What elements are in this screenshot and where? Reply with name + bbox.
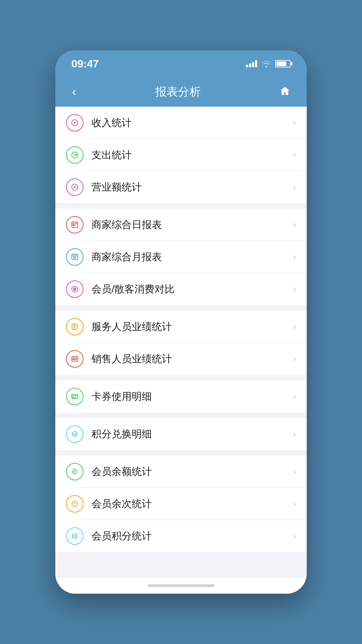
status-icons [246, 60, 291, 67]
service-staff-icon [66, 318, 83, 335]
chevron-icon: › [293, 219, 296, 230]
sales-staff-label: 销售人员业绩统计 [92, 352, 293, 366]
status-bar: 09:47 [55, 50, 307, 77]
revenue-label: 营业额统计 [92, 180, 293, 194]
svg-rect-3 [72, 222, 78, 227]
content-area: 收入统计 › 支出统计 › [55, 107, 307, 578]
chevron-icon: › [293, 498, 296, 509]
list-item-revenue[interactable]: 营业额统计 › [55, 171, 307, 203]
chevron-icon: › [293, 284, 296, 294]
list-item-expense[interactable]: 支出统计 › [55, 139, 307, 171]
member-balance-label: 会员余额统计 [92, 465, 293, 479]
monthly-report-label: 商家综合月报表 [92, 250, 293, 264]
chevron-icon: › [293, 117, 296, 128]
member-balance-icon [66, 463, 83, 480]
list-item-service-staff[interactable]: 服务人员业绩统计 › [55, 311, 307, 343]
svg-point-8 [74, 289, 75, 290]
chevron-icon: › [293, 150, 296, 160]
chevron-icon: › [293, 321, 296, 332]
points-exchange-icon [66, 425, 83, 443]
list-item-daily-report[interactable]: 商家综合日报表 › [55, 209, 307, 241]
chevron-icon: › [293, 252, 296, 262]
section-points: 积分兑换明细 › [55, 418, 307, 450]
member-points-icon [66, 527, 83, 545]
battery-icon [275, 60, 291, 67]
daily-report-icon [66, 216, 83, 233]
chevron-icon: › [293, 182, 296, 193]
signal-icon [246, 60, 257, 67]
daily-report-label: 商家综合日报表 [92, 218, 293, 232]
member-compare-icon [66, 280, 83, 298]
chevron-icon: › [293, 466, 296, 477]
list-item-member-points[interactable]: 会员积分统计 › [55, 520, 307, 552]
service-staff-label: 服务人员业绩统计 [92, 320, 293, 334]
svg-point-13 [73, 397, 74, 398]
expense-label: 支出统计 [92, 148, 293, 162]
list-item-monthly-report[interactable]: 商家综合月报表 › [55, 241, 307, 273]
list-item-sales-staff[interactable]: 销售人员业绩统计 › [55, 343, 307, 375]
points-exchange-label: 积分兑换明细 [92, 427, 293, 441]
home-indicator [55, 578, 307, 594]
list-item-member-compare[interactable]: 会员/散客消费对比 › [55, 273, 307, 305]
nav-bar: ‹ 报表分析 [55, 77, 307, 107]
list-item-member-balance[interactable]: 会员余额统计 › [55, 455, 307, 488]
section-member: 会员余额统计 › 会员余次统计 › [55, 455, 307, 552]
status-time: 09:47 [71, 58, 99, 70]
member-times-icon [66, 495, 83, 513]
wifi-icon [262, 60, 270, 67]
chevron-icon: › [293, 354, 296, 364]
svg-point-14 [72, 432, 77, 434]
svg-rect-4 [73, 225, 74, 226]
section-card: 卡券使用明细 › [55, 380, 307, 413]
card-detail-label: 卡券使用明细 [92, 390, 293, 404]
home-bar [147, 584, 215, 587]
page-title: 报表分析 [155, 84, 201, 100]
section-reports: 商家综合日报表 › 商家综合月报表 › [55, 209, 307, 305]
list-item-member-times[interactable]: 会员余次统计 › [55, 488, 307, 520]
svg-rect-5 [72, 254, 78, 260]
list-item-income[interactable]: 收入统计 › [55, 107, 307, 139]
member-compare-label: 会员/散客消费对比 [92, 282, 293, 296]
monthly-report-icon [66, 248, 83, 266]
expense-icon [66, 146, 83, 164]
chevron-icon: › [293, 391, 296, 402]
chevron-icon: › [293, 429, 296, 439]
section-staff: 服务人员业绩统计 › 销售人员业绩统计 › [55, 311, 307, 375]
back-button[interactable]: ‹ [69, 82, 79, 102]
list-item-points-exchange[interactable]: 积分兑换明细 › [55, 418, 307, 450]
member-points-label: 会员积分统计 [92, 529, 293, 543]
list-item-card-detail[interactable]: 卡券使用明细 › [55, 380, 307, 413]
member-times-label: 会员余次统计 [92, 497, 293, 511]
section-statistics: 收入统计 › 支出统计 › [55, 107, 307, 203]
home-button[interactable] [277, 83, 293, 102]
svg-point-16 [72, 534, 77, 536]
income-icon [66, 114, 83, 131]
sales-staff-icon [66, 350, 83, 368]
income-label: 收入统计 [92, 116, 293, 130]
chevron-icon: › [293, 531, 296, 541]
card-detail-icon [66, 388, 83, 405]
phone-frame: 09:47 ‹ 报表分析 [55, 50, 307, 594]
revenue-icon [66, 178, 83, 196]
